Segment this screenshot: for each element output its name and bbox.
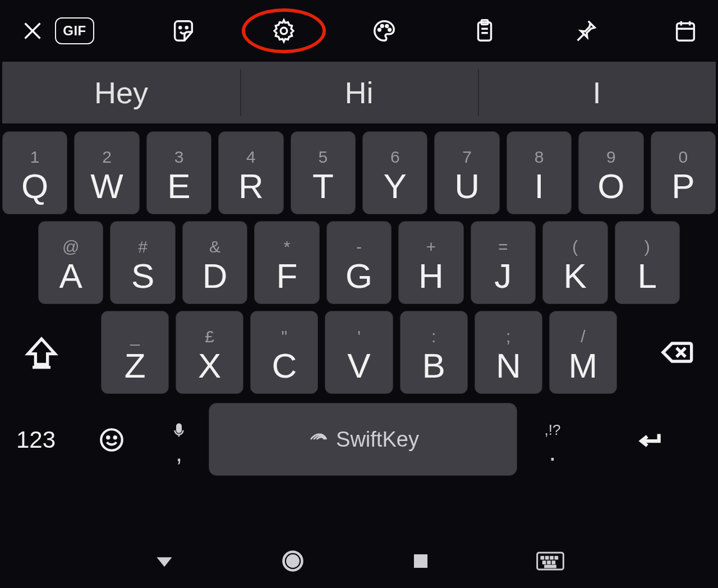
circle-icon — [280, 549, 305, 573]
svg-rect-23 — [547, 561, 550, 564]
key-x[interactable]: £X — [176, 311, 243, 394]
punct-hint: ,!? — [545, 421, 561, 439]
svg-rect-25 — [545, 566, 556, 568]
calendar-button[interactable] — [669, 14, 702, 48]
key-s[interactable]: #S — [110, 221, 175, 304]
key-o[interactable]: 9O — [578, 131, 643, 214]
stickers-button[interactable] — [167, 14, 200, 48]
svg-point-6 — [389, 29, 391, 31]
close-icon — [20, 18, 45, 44]
pin-button[interactable] — [568, 14, 602, 48]
suggestion-1[interactable]: Hi — [240, 62, 478, 123]
suggestion-2[interactable]: I — [478, 62, 716, 123]
svg-point-1 — [186, 27, 187, 29]
square-icon — [411, 552, 430, 571]
clipboard-icon — [472, 18, 498, 44]
key-p[interactable]: 0P — [651, 131, 716, 214]
key-i[interactable]: 8I — [507, 131, 572, 214]
key-f[interactable]: *F — [254, 221, 319, 304]
key-d[interactable]: &D — [182, 221, 247, 304]
smiley-icon — [98, 426, 126, 454]
shift-key[interactable] — [2, 311, 81, 394]
key-h[interactable]: +H — [398, 221, 463, 304]
backspace-icon — [659, 334, 694, 370]
key-l[interactable]: )L — [615, 221, 680, 304]
key-r[interactable]: 4R — [218, 131, 283, 214]
comma-label: , — [176, 449, 182, 458]
suggestion-0[interactable]: Hey — [2, 62, 240, 123]
svg-rect-16 — [414, 555, 427, 568]
enter-icon — [633, 426, 666, 454]
key-row-1: 1Q 2W 3E 4R 5T 6Y 7U 8I 9O 0P — [2, 131, 716, 214]
clipboard-button[interactable] — [468, 14, 501, 48]
nav-back[interactable] — [154, 551, 174, 571]
enter-key[interactable] — [583, 401, 716, 479]
keyboard: 1Q 2W 3E 4R 5T 6Y 7U 8I 9O 0P @A #S &D *… — [0, 123, 718, 481]
calendar-icon — [673, 18, 698, 44]
gif-chip: GIF — [55, 17, 94, 44]
key-u[interactable]: 7U — [434, 131, 499, 214]
suggestion-bar: Hey Hi I — [2, 62, 716, 123]
gif-button[interactable]: GIF — [49, 14, 100, 48]
svg-point-3 — [378, 29, 380, 31]
key-a[interactable]: @A — [38, 221, 103, 304]
gear-icon — [271, 18, 297, 44]
nav-home[interactable] — [280, 549, 305, 573]
backspace-key[interactable] — [637, 311, 716, 394]
key-row-2: @A #S &D *F -G +H =J (K )L — [2, 221, 716, 304]
svg-point-12 — [114, 437, 116, 438]
svg-rect-22 — [542, 561, 545, 564]
svg-point-2 — [280, 27, 287, 34]
key-e[interactable]: 3E — [146, 131, 211, 214]
sticker-icon — [171, 18, 196, 44]
svg-point-5 — [386, 25, 388, 27]
svg-point-4 — [381, 25, 383, 27]
key-n[interactable]: ;N — [475, 311, 542, 394]
keyboard-icon — [536, 551, 564, 571]
svg-rect-19 — [545, 557, 548, 559]
period-key[interactable]: ,!? . — [522, 401, 583, 479]
svg-rect-18 — [541, 557, 544, 559]
microphone-icon — [171, 422, 187, 439]
themes-button[interactable] — [367, 14, 401, 48]
key-m[interactable]: /M — [549, 311, 617, 394]
key-c[interactable]: "C — [250, 311, 318, 394]
svg-rect-24 — [552, 561, 555, 564]
mode-switch-key[interactable]: 123 — [2, 401, 70, 479]
svg-rect-21 — [555, 557, 558, 559]
key-y[interactable]: 6Y — [362, 131, 427, 214]
punct-main: . — [549, 445, 556, 458]
key-t[interactable]: 5T — [291, 131, 356, 214]
nav-keyboard-switcher[interactable] — [536, 551, 564, 571]
comma-mic-key[interactable]: , — [154, 401, 204, 479]
key-w[interactable]: 2W — [74, 131, 139, 214]
key-b[interactable]: :B — [400, 311, 468, 394]
svg-rect-13 — [177, 424, 181, 432]
spacebar[interactable]: SwiftKey — [209, 403, 517, 476]
key-z[interactable]: _Z — [101, 311, 169, 394]
key-v[interactable]: 'V — [325, 311, 393, 394]
settings-button[interactable] — [267, 14, 301, 48]
nav-recent[interactable] — [411, 552, 430, 571]
key-j[interactable]: =J — [471, 221, 536, 304]
svg-point-10 — [101, 429, 122, 451]
palette-icon — [371, 18, 397, 44]
swiftkey-logo-icon — [307, 428, 330, 451]
key-row-3: _Z £X "C 'V :B ;N /M — [2, 311, 716, 394]
svg-point-0 — [180, 27, 181, 29]
keyboard-toolbar: GIF — [0, 0, 718, 62]
emoji-key[interactable] — [70, 401, 154, 479]
triangle-down-icon — [154, 551, 174, 571]
svg-rect-9 — [677, 24, 694, 41]
close-button[interactable] — [16, 14, 49, 48]
key-row-4: 123 , SwiftKey ,!? . — [2, 401, 716, 479]
key-k[interactable]: (K — [542, 221, 607, 304]
key-q[interactable]: 1Q — [2, 131, 67, 214]
key-g[interactable]: -G — [326, 221, 392, 304]
shift-icon — [24, 334, 59, 370]
svg-point-11 — [107, 437, 109, 438]
svg-point-15 — [287, 555, 299, 567]
android-navbar — [0, 534, 718, 588]
spacebar-label: SwiftKey — [336, 428, 419, 452]
pushpin-icon — [572, 18, 598, 44]
